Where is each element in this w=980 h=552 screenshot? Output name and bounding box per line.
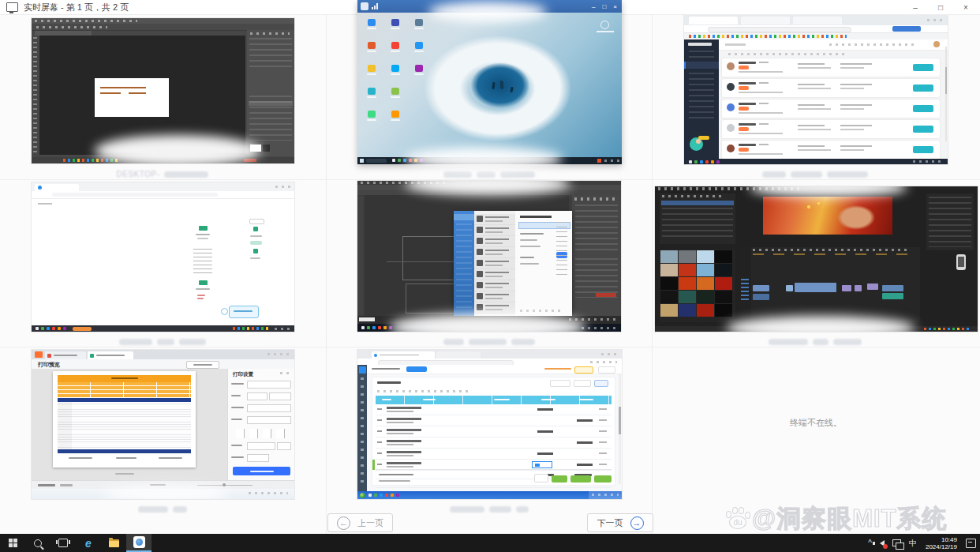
terminal-label	[402, 504, 576, 514]
diagram-node	[199, 280, 208, 285]
thumbnail-photoshop[interactable]	[32, 18, 294, 163]
browser-addressbar	[32, 191, 294, 199]
dialog-list-row	[474, 225, 515, 236]
dialog-list-row	[474, 247, 515, 258]
windows-taskbar: e ^ 中 10:49 2024/12/19	[0, 534, 980, 552]
whale	[511, 87, 514, 92]
desktop-icon	[387, 88, 403, 107]
action-center-button[interactable]	[962, 534, 980, 552]
avatar	[727, 124, 735, 132]
desktop-icon	[364, 19, 380, 38]
mini-taskbar-icon	[705, 160, 709, 163]
table-header	[376, 396, 612, 404]
project-panel-right	[926, 193, 974, 250]
ps-document	[95, 78, 169, 116]
desktop-icon	[411, 19, 427, 38]
viewer-window-controls: – □ ×	[592, 3, 622, 10]
media-thumbnail	[697, 250, 714, 263]
search-button[interactable]	[25, 534, 50, 552]
desktop-icon	[364, 42, 380, 61]
clock-date: 2024/12/19	[926, 543, 957, 550]
tag-pill	[739, 107, 749, 111]
media-thumbnail	[715, 277, 732, 290]
voucher-row	[376, 449, 612, 460]
wps-logo	[35, 351, 43, 358]
close-button[interactable]: ×	[953, 0, 978, 14]
ime-button[interactable]: 中	[905, 534, 921, 552]
viewer-minimize-button[interactable]: –	[592, 3, 595, 10]
thumbnail-offline-terminal[interactable]: 终端不在线。	[652, 347, 980, 514]
mini-taskbar-icon	[392, 159, 395, 162]
thumbnail-video-editor[interactable]	[655, 186, 978, 332]
viewer-close-button[interactable]: ×	[613, 3, 617, 10]
timeline-clip	[753, 285, 769, 291]
whale	[500, 81, 504, 89]
folder-icon	[109, 539, 119, 547]
thumbnail-3d-app[interactable]	[357, 181, 621, 332]
blur-redaction	[103, 486, 229, 499]
next-page-button[interactable]: 下一页 →	[587, 513, 653, 532]
thumbnail-wps-print[interactable]: 打印预览 打印设置	[32, 350, 294, 499]
media-thumbnail	[679, 291, 696, 303]
start-button[interactable]	[0, 534, 25, 552]
prev-page-label: 上一页	[357, 517, 383, 529]
window-controls: – □ ×	[903, 0, 978, 14]
media-bin	[660, 250, 735, 322]
scrollbar[interactable]	[945, 47, 947, 141]
mini-taskbar-icon	[694, 160, 698, 163]
maximize-button[interactable]: □	[928, 0, 953, 14]
media-thumbnail	[660, 304, 678, 317]
chat-button	[913, 105, 933, 112]
media-thumbnail	[679, 250, 696, 263]
prev-page-button[interactable]: ← 上一页	[327, 513, 393, 532]
tag-pill	[739, 148, 749, 152]
desktop-icon	[387, 65, 403, 84]
browser-addressbar	[684, 25, 948, 33]
media-thumbnail	[697, 277, 714, 290]
mini-taskbar-icon	[383, 326, 387, 329]
remote-taskbar	[684, 159, 948, 164]
media-thumbnail	[660, 264, 678, 276]
grid-divider	[0, 179, 980, 180]
task-view-button[interactable]	[50, 534, 76, 552]
app-topbar	[367, 365, 622, 374]
desktop-icon	[387, 111, 403, 130]
internet-explorer-icon: e	[85, 538, 92, 549]
browser-chrome	[684, 15, 948, 25]
tag-pill	[739, 66, 749, 69]
mini-taskbar-icon	[47, 327, 50, 330]
media-thumbnail	[697, 304, 714, 317]
scrollbar[interactable]	[619, 374, 621, 484]
file-explorer-button[interactable]	[101, 534, 126, 552]
network-button[interactable]	[888, 534, 905, 552]
candidate-card	[722, 100, 940, 118]
clock-time: 10:49	[926, 536, 957, 543]
volume-button[interactable]	[876, 534, 888, 552]
desktop-icon	[364, 65, 380, 84]
avatar	[727, 62, 735, 70]
chevron-up-icon: ^	[868, 539, 872, 547]
arrow-left-icon: ←	[337, 516, 350, 530]
clock[interactable]: 10:49 2024/12/19	[921, 536, 962, 550]
tag-pill	[739, 86, 749, 90]
media-thumbnail	[679, 264, 696, 276]
thumbnail-diagram-app[interactable]	[32, 182, 294, 332]
internet-explorer-button[interactable]: e	[76, 534, 101, 552]
mini-taskbar-icon	[58, 327, 61, 330]
mini-taskbar-icon	[380, 494, 383, 497]
zoom-widget	[229, 306, 259, 318]
grid-divider	[326, 14, 327, 534]
viewer-maximize-button[interactable]: □	[602, 3, 606, 10]
chat-button	[913, 64, 933, 71]
minimize-button[interactable]: –	[903, 0, 928, 14]
avatar	[727, 103, 735, 111]
thumbnail-accounting-app[interactable]	[357, 350, 622, 499]
mini-taskbar-icon	[368, 494, 372, 497]
thumbnail-desktop-viewer[interactable]: – □ ×	[357, 0, 622, 164]
blur-redaction	[428, 2, 547, 22]
timeline-clip	[786, 285, 793, 291]
terminal-label	[728, 169, 902, 179]
thumbnail-browser-recruiting[interactable]	[684, 15, 948, 164]
candidate-card	[722, 79, 940, 97]
monitor-app-button[interactable]	[126, 534, 151, 552]
